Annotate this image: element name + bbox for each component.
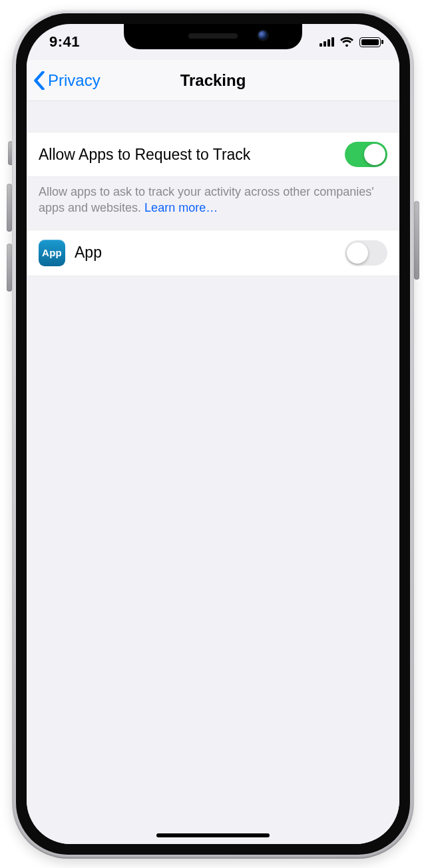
screen: 9:41 Privacy Tracking — [27, 24, 399, 844]
speaker-grill — [188, 33, 238, 39]
back-button[interactable]: Privacy — [27, 71, 101, 90]
learn-more-link[interactable]: Learn more… — [144, 201, 218, 214]
back-label: Privacy — [48, 71, 101, 90]
content: Allow Apps to Request to Track Allow app… — [27, 101, 399, 844]
home-indicator[interactable] — [156, 833, 270, 837]
app-row-left: AppApp — [39, 240, 102, 266]
allow-tracking-switch[interactable] — [345, 142, 387, 167]
app-name-label: App — [75, 244, 102, 262]
nav-bar: Privacy Tracking — [27, 60, 399, 101]
phone-frame: 9:41 Privacy Tracking — [12, 9, 414, 859]
chevron-left-icon — [33, 71, 45, 90]
volume-down-button[interactable] — [7, 244, 12, 292]
apps-list: AppApp — [27, 230, 399, 276]
volume-up-button[interactable] — [7, 184, 12, 232]
notch — [124, 24, 302, 49]
app-row: AppApp — [27, 230, 399, 276]
stage: 9:41 Privacy Tracking — [0, 0, 426, 868]
allow-tracking-label: Allow Apps to Request to Track — [39, 146, 250, 164]
allow-tracking-footer: Allow apps to ask to track your activity… — [27, 177, 399, 230]
cellular-bars-icon — [320, 37, 334, 47]
status-right — [320, 37, 381, 47]
app-tracking-switch[interactable] — [345, 240, 387, 266]
battery-icon — [359, 37, 381, 47]
status-time: 9:41 — [49, 33, 80, 51]
front-camera — [258, 31, 268, 40]
app-icon-text: App — [42, 247, 62, 258]
app-icon: App — [39, 240, 65, 266]
section-gap — [27, 101, 399, 132]
power-button[interactable] — [414, 201, 419, 280]
phone-frame-inner: 9:41 Privacy Tracking — [16, 13, 410, 855]
wifi-icon — [339, 37, 354, 47]
allow-tracking-row: Allow Apps to Request to Track — [27, 132, 399, 177]
